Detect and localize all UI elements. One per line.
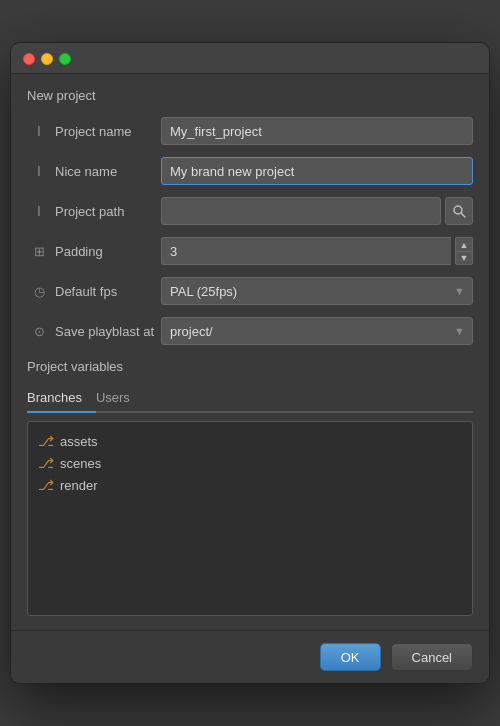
project-variables-section: Project variables [27, 359, 473, 374]
branch-name-render: render [60, 478, 98, 493]
fps-select[interactable]: PAL (25fps) NTSC (30fps) Film (24fps) HD… [161, 277, 473, 305]
tab-users[interactable]: Users [96, 384, 144, 413]
main-window: New project I Project name I Nice name I [10, 42, 490, 684]
branch-icon-render: ⎇ [38, 477, 54, 493]
fps-icon: ◷ [27, 284, 51, 299]
nice-name-input[interactable] [161, 157, 473, 185]
footer: OK Cancel [11, 630, 489, 683]
list-item[interactable]: ⎇ render [36, 474, 464, 496]
close-button[interactable] [23, 53, 35, 65]
text-cursor-icon: I [37, 163, 41, 179]
nice-name-label: Nice name [51, 164, 161, 179]
title-bar [11, 43, 489, 74]
padding-decrement-button[interactable]: ▼ [455, 251, 473, 265]
traffic-lights [23, 53, 71, 65]
nice-name-input-wrap [161, 157, 473, 185]
fps-select-wrap: PAL (25fps) NTSC (30fps) Film (24fps) HD… [161, 277, 473, 305]
padding-label: Padding [51, 244, 161, 259]
playblast-input-wrap: project/ custom/ ▼ [161, 317, 473, 345]
branch-name-scenes: scenes [60, 456, 101, 471]
path-cursor-icon: I [37, 203, 41, 219]
maximize-button[interactable] [59, 53, 71, 65]
save-icon: ⊙ [34, 324, 45, 339]
project-variables-label: Project variables [27, 359, 123, 374]
padding-row: ⊞ Padding ▲ ▼ [27, 235, 473, 267]
branch-name-assets: assets [60, 434, 98, 449]
project-name-row: I Project name [27, 115, 473, 147]
ok-button[interactable]: OK [320, 643, 381, 671]
svg-line-1 [462, 214, 466, 218]
svg-point-0 [454, 206, 462, 214]
default-fps-row: ◷ Default fps PAL (25fps) NTSC (30fps) F… [27, 275, 473, 307]
project-path-input-wrap [161, 197, 473, 225]
padding-grid-icon: ⊞ [34, 244, 45, 259]
padding-input[interactable] [161, 237, 451, 265]
project-path-label: Project path [51, 204, 161, 219]
padding-input-wrap: ▲ ▼ [161, 237, 473, 265]
padding-increment-button[interactable]: ▲ [455, 237, 473, 251]
list-item[interactable]: ⎇ scenes [36, 452, 464, 474]
nice-name-icon: I [27, 163, 51, 179]
content-area: New project I Project name I Nice name I [11, 74, 489, 630]
project-path-icon: I [27, 203, 51, 219]
timer-icon: ◷ [34, 284, 45, 299]
playblast-select[interactable]: project/ custom/ [161, 317, 473, 345]
save-playblast-row: ⊙ Save playblast at project/ custom/ ▼ [27, 315, 473, 347]
tabs-row: Branches Users [27, 384, 473, 413]
project-name-label: Project name [51, 124, 161, 139]
list-item[interactable]: ⎇ assets [36, 430, 464, 452]
project-path-row: I Project path [27, 195, 473, 227]
search-icon [452, 204, 466, 218]
playblast-select-wrap: project/ custom/ ▼ [161, 317, 473, 345]
default-fps-label: Default fps [51, 284, 161, 299]
project-name-input-wrap [161, 117, 473, 145]
browse-button[interactable] [445, 197, 473, 225]
cancel-button[interactable]: Cancel [391, 643, 473, 671]
project-name-icon: I [27, 123, 51, 139]
nice-name-row: I Nice name [27, 155, 473, 187]
project-path-input[interactable] [161, 197, 441, 225]
branch-icon-assets: ⎇ [38, 433, 54, 449]
minimize-button[interactable] [41, 53, 53, 65]
project-name-input[interactable] [161, 117, 473, 145]
fps-input-wrap: PAL (25fps) NTSC (30fps) Film (24fps) HD… [161, 277, 473, 305]
branch-icon-scenes: ⎇ [38, 455, 54, 471]
padding-spinner: ▲ ▼ [455, 237, 473, 265]
padding-icon: ⊞ [27, 244, 51, 259]
branches-list: ⎇ assets ⎇ scenes ⎇ render [27, 421, 473, 616]
save-playblast-label: Save playblast at [51, 324, 161, 339]
playblast-icon: ⊙ [27, 324, 51, 339]
tab-branches[interactable]: Branches [27, 384, 96, 413]
new-project-title: New project [27, 88, 473, 103]
cursor-icon: I [37, 123, 41, 139]
